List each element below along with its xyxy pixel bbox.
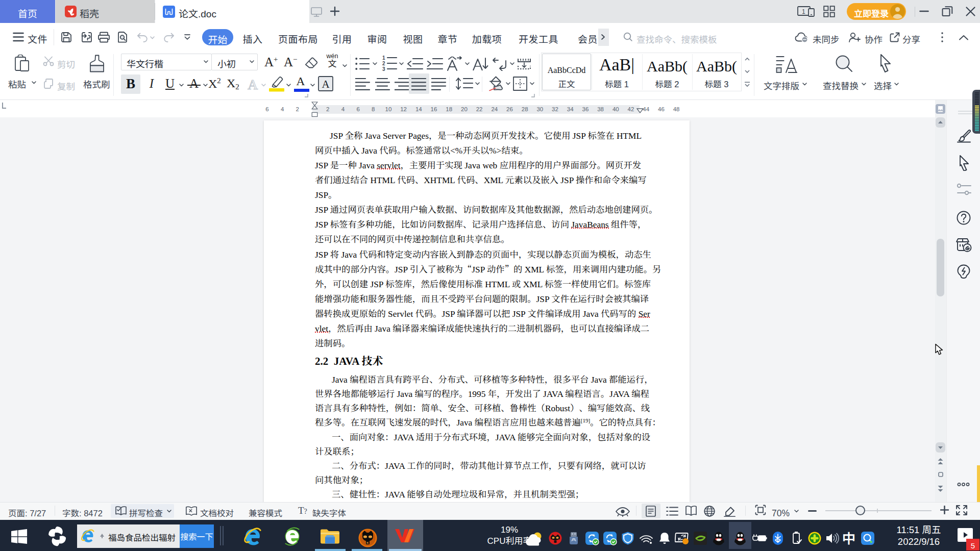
svg-text:A: A bbox=[322, 78, 330, 90]
svg-text:1: 1 bbox=[802, 8, 805, 15]
svg-text:1: 1 bbox=[382, 55, 385, 61]
svg-text:3: 3 bbox=[382, 66, 385, 71]
svg-text:A: A bbox=[248, 77, 258, 91]
svg-text:2: 2 bbox=[382, 61, 385, 66]
svg-text:K: K bbox=[366, 540, 369, 545]
